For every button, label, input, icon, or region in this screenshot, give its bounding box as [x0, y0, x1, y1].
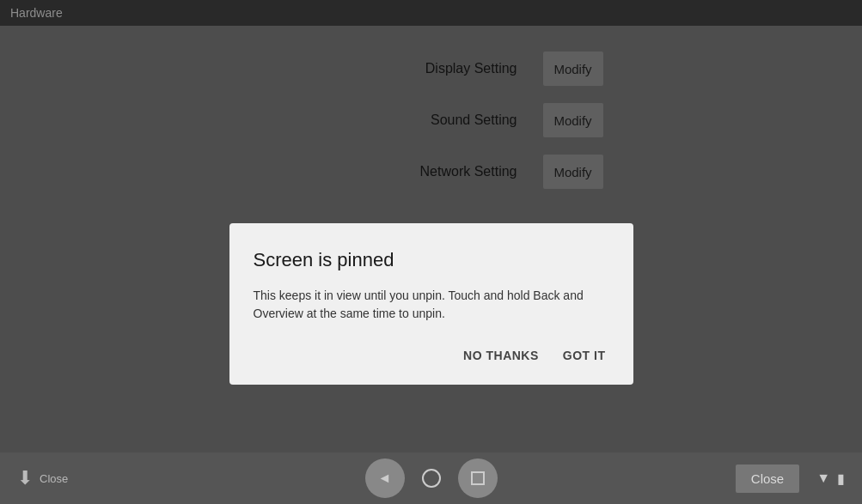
bottom-right: Close ▼ ▮ — [736, 465, 845, 493]
dialog-buttons: NO THANKS GOT IT — [254, 343, 609, 367]
no-thanks-button[interactable]: NO THANKS — [460, 343, 542, 367]
bottom-nav-center: ◄ — [365, 458, 498, 498]
home-nav-button[interactable] — [422, 469, 441, 488]
display-modify-button[interactable]: Modify — [543, 52, 603, 86]
back-nav-button[interactable]: ◄ — [365, 458, 405, 498]
dialog-body: This keeps it in view until you unpin. T… — [254, 287, 609, 323]
got-it-button[interactable]: GOT IT — [559, 343, 609, 367]
sound-setting-label: Sound Setting — [260, 112, 543, 128]
setting-row-network: Network Setting Modify — [260, 155, 603, 189]
overview-nav-button[interactable] — [458, 458, 498, 498]
battery-icon: ▮ — [837, 471, 845, 487]
setting-row-display: Display Setting Modify — [260, 52, 603, 86]
setting-row-sound: Sound Setting Modify — [260, 103, 603, 137]
screen-pinned-dialog: Screen is pinned This keeps it in view u… — [229, 223, 633, 385]
status-icons: ▼ ▮ — [816, 471, 845, 487]
download-icon: ⬇ — [17, 467, 33, 489]
back-icon: ◄ — [378, 471, 392, 486]
display-setting-label: Display Setting — [260, 61, 543, 76]
dialog-title: Screen is pinned — [254, 249, 609, 271]
bottom-bar: ⬇ Close ◄ Close ▼ ▮ — [0, 452, 862, 504]
bottom-left: ⬇ Close — [17, 467, 68, 489]
network-setting-label: Network Setting — [260, 164, 543, 179]
wifi-icon: ▼ — [816, 471, 830, 486]
close-button[interactable]: Close — [736, 465, 799, 493]
download-icon-wrapper: ⬇ Close — [17, 467, 68, 489]
network-modify-button[interactable]: Modify — [543, 155, 603, 189]
sound-modify-button[interactable]: Modify — [543, 103, 603, 137]
square-icon — [471, 471, 485, 485]
title-bar-title: Hardware — [10, 6, 63, 20]
bottom-close-label: Close — [40, 472, 68, 485]
title-bar: Hardware — [0, 0, 862, 26]
